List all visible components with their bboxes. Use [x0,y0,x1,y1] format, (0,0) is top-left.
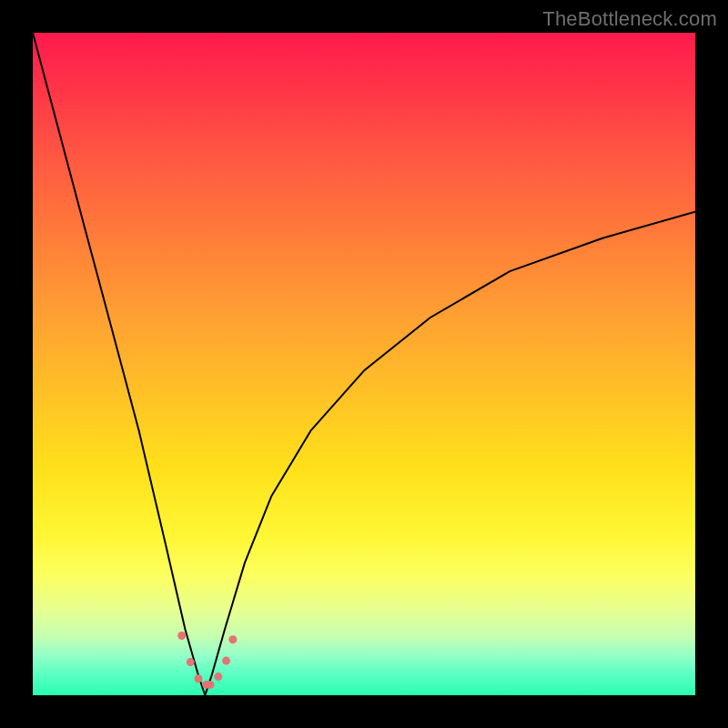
marker-dot [214,672,222,681]
marker-dot [187,658,195,666]
marker-dot [228,635,237,643]
chart-frame: TheBottleneck.com [0,0,728,728]
curve-line [33,33,695,695]
marker-dot [195,674,203,682]
bottleneck-curve [33,33,695,695]
marker-dot [207,681,215,689]
marker-dot [222,657,230,665]
plot-area [33,33,695,695]
watermark-text: TheBottleneck.com [542,7,717,31]
marker-dot [177,632,186,640]
